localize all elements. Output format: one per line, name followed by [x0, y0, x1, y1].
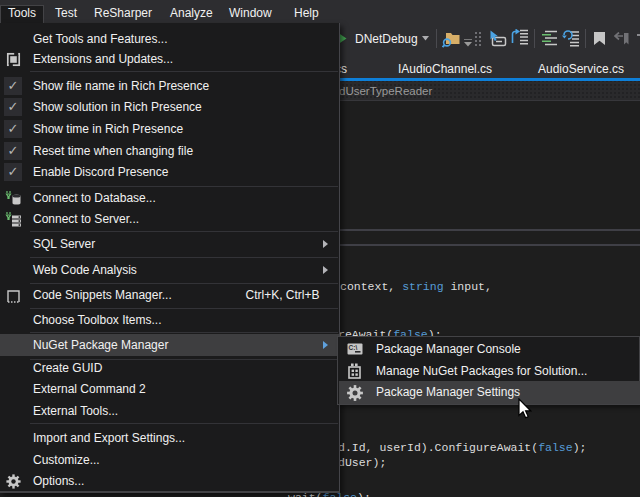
svg-text:C:\: C:\ [349, 344, 358, 351]
